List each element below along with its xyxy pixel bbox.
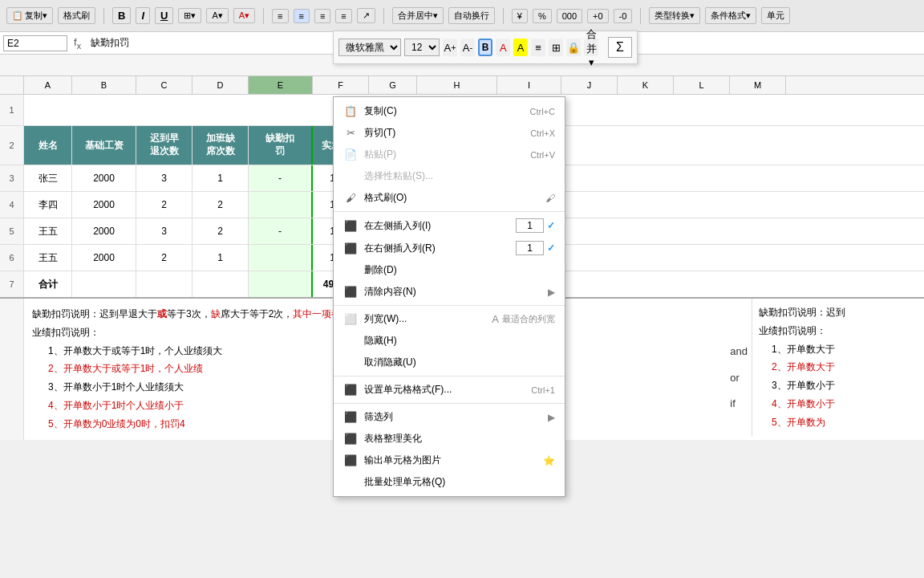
cell-base-3[interactable]: 2000 <box>72 245 136 271</box>
cell-overtime-0[interactable]: 1 <box>192 165 249 191</box>
col-header-F[interactable]: F <box>313 76 369 94</box>
menu-insert-right[interactable]: ⬛ 在右侧插入列(R) ✓ <box>334 237 565 259</box>
cell-late-2[interactable]: 3 <box>136 218 192 244</box>
right-note-absent: 缺勤扣罚说明：迟到 <box>759 303 918 322</box>
menu-format-painter[interactable]: 🖌 格式刷(O) 🖌 <box>334 187 565 209</box>
decimal-inc-button[interactable]: +0 <box>587 9 609 23</box>
menu-col-width[interactable]: ⬜ 列宽(W)... A 最适合的列宽 <box>334 308 565 330</box>
col-header-B[interactable]: B <box>72 76 136 94</box>
menu-format-cells[interactable]: ⬛ 设置单元格格式(F)... Ctrl+1 <box>334 379 565 401</box>
col-header-H[interactable]: H <box>417 76 497 94</box>
header-name[interactable]: 姓名 <box>24 126 72 165</box>
menu-cut[interactable]: ✂ 剪切(T) Ctrl+X <box>334 122 565 144</box>
thousands-button[interactable]: 000 <box>557 9 582 23</box>
menu-delete[interactable]: 删除(D) <box>334 259 565 281</box>
col-header-M[interactable]: M <box>730 76 786 94</box>
cell-penalty-2[interactable]: - <box>249 218 313 244</box>
best-fit-label[interactable]: 最适合的列宽 <box>502 313 555 325</box>
insert-right-input[interactable] <box>516 241 544 255</box>
mini-font-grow-btn[interactable]: A+ <box>443 39 457 56</box>
mini-lock-btn[interactable]: 🔒 <box>566 39 581 56</box>
col-header-A[interactable]: A <box>24 76 72 94</box>
mini-align-btn[interactable]: ≡ <box>531 39 545 56</box>
cell-penalty-1[interactable] <box>249 192 313 218</box>
rotate-button[interactable]: ↗ <box>357 8 375 23</box>
mini-font-select[interactable]: 微软雅黑 <box>338 39 401 56</box>
mini-font-size-select[interactable]: 12 <box>404 39 440 56</box>
col-header-D[interactable]: D <box>192 76 249 94</box>
col-header-K[interactable]: K <box>618 76 674 94</box>
cell-base-2[interactable]: 2000 <box>72 218 136 244</box>
menu-hide[interactable]: 隐藏(H) <box>334 330 565 352</box>
autowrap-button[interactable]: 自动换行 <box>448 7 495 24</box>
percent-button[interactable]: % <box>533 9 552 23</box>
insert-left-input[interactable] <box>516 218 544 233</box>
menu-export-image[interactable]: ⬛ 输出单元格为图片 ⭐ <box>334 450 565 471</box>
copy-button[interactable]: 📋 复制▾ <box>6 7 53 24</box>
align-justify-button[interactable]: ≡ <box>335 9 351 23</box>
col-header-I[interactable]: I <box>497 76 561 94</box>
cell-overtime-3[interactable]: 1 <box>192 245 249 271</box>
menu-selective-paste[interactable]: 选择性粘贴(S)... <box>334 165 565 187</box>
menu-unhide[interactable]: 取消隐藏(U) <box>334 352 565 373</box>
font-color-button[interactable]: A▾ <box>233 8 255 23</box>
cell-total-d[interactable] <box>192 271 249 297</box>
type-convert-button[interactable]: 类型转换▾ <box>649 7 700 24</box>
header-overtime-absent[interactable]: 加班缺席次数 <box>192 126 249 165</box>
cell-total-c[interactable] <box>136 271 192 297</box>
col-header-C[interactable]: C <box>136 76 192 94</box>
col-header-L[interactable]: L <box>674 76 730 94</box>
col-header-J[interactable]: J <box>561 76 618 94</box>
menu-copy[interactable]: 📋 复制(C) Ctrl+C <box>334 100 565 122</box>
mini-font-shrink-btn[interactable]: A- <box>460 39 475 56</box>
cell-overtime-2[interactable]: 2 <box>192 218 249 244</box>
cell-total-e[interactable] <box>249 271 313 297</box>
mini-merge-btn[interactable]: 合并▾ <box>584 39 598 56</box>
menu-batch-process[interactable]: 批量处理单元格(Q) <box>334 471 565 493</box>
align-left-button[interactable]: ≡ <box>272 9 288 23</box>
cell-name-0[interactable]: 张三 <box>24 165 72 191</box>
col-header-E[interactable]: E <box>249 76 313 94</box>
cell-base-1[interactable]: 2000 <box>72 192 136 218</box>
cell-late-1[interactable]: 2 <box>136 192 192 218</box>
menu-insert-left[interactable]: ⬛ 在左侧插入列(I) ✓ <box>334 214 565 237</box>
cell-total-label[interactable]: 合计 <box>24 271 72 297</box>
format-painter-button[interactable]: 格式刷 <box>58 7 95 24</box>
menu-filter[interactable]: ⬛ 筛选列 ▶ <box>334 406 565 428</box>
header-absent-penalty[interactable]: 缺勤扣罚 <box>249 126 313 165</box>
cell-penalty-0[interactable]: - <box>249 165 313 191</box>
merge-center-button[interactable]: 合并居中▾ <box>392 7 444 24</box>
align-right-button[interactable]: ≡ <box>314 9 330 23</box>
mini-bold-icon[interactable]: B <box>478 39 492 56</box>
bold-button[interactable]: B <box>112 7 131 24</box>
table-border-button[interactable]: ⊞▾ <box>178 8 201 23</box>
cell-base-0[interactable]: 2000 <box>72 165 136 191</box>
mini-autosum-icon[interactable]: Σ <box>608 37 632 58</box>
cell-overtime-1[interactable]: 2 <box>192 192 249 218</box>
cond-format-button[interactable]: 条件格式▾ <box>705 7 756 24</box>
cell-name-3[interactable]: 王五 <box>24 245 72 271</box>
menu-paste[interactable]: 📄 粘贴(P) Ctrl+V <box>334 144 565 165</box>
mini-border-btn[interactable]: ⊞ <box>549 39 563 56</box>
underline-button[interactable]: U <box>155 7 173 24</box>
cell-name-2[interactable]: 王五 <box>24 218 72 244</box>
menu-table-beautify[interactable]: ⬛ 表格整理美化 <box>334 428 565 450</box>
menu-clear[interactable]: ⬛ 清除内容(N) ▶ <box>334 281 565 303</box>
yen-button[interactable]: ¥ <box>512 9 528 23</box>
cell-reference-box[interactable] <box>3 35 67 51</box>
fill-color-button[interactable]: A▾ <box>206 8 228 23</box>
cell-button[interactable]: 单元 <box>761 7 790 24</box>
cell-name-1[interactable]: 李四 <box>24 192 72 218</box>
cell-penalty-3[interactable] <box>249 245 313 271</box>
cell-total-b[interactable] <box>72 271 136 297</box>
align-center-button[interactable]: ≡ <box>294 9 310 23</box>
cell-late-3[interactable]: 2 <box>136 245 192 271</box>
header-late-early[interactable]: 迟到早退次数 <box>136 126 192 165</box>
decimal-dec-button[interactable]: -0 <box>614 9 633 23</box>
mini-highlight-btn[interactable]: A <box>513 39 528 56</box>
cell-late-0[interactable]: 3 <box>136 165 192 191</box>
header-base-salary[interactable]: 基础工资 <box>72 126 136 165</box>
mini-font-color-btn[interactable]: A <box>496 39 510 56</box>
col-header-G[interactable]: G <box>369 76 417 94</box>
italic-button[interactable]: I <box>136 7 150 24</box>
